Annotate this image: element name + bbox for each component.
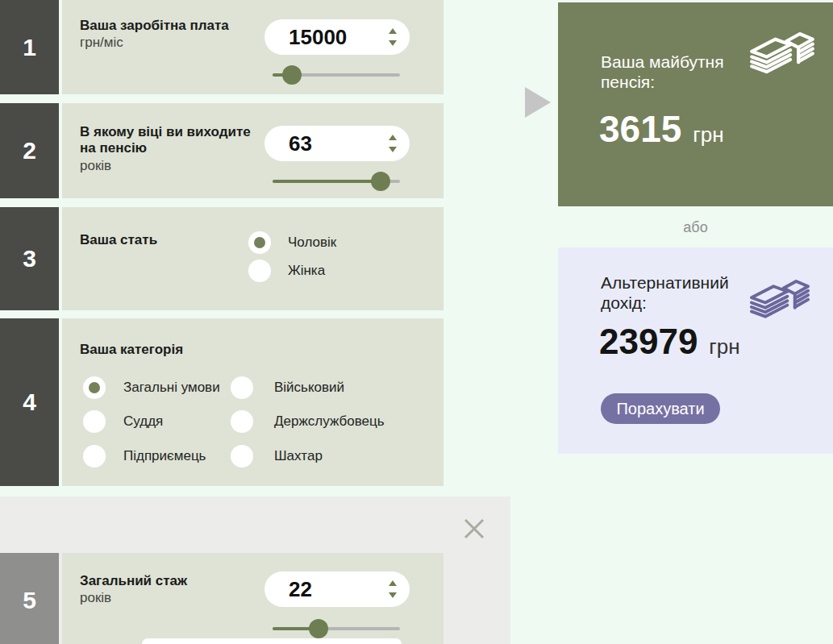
radio-icon <box>83 376 106 399</box>
radio-option-general[interactable]: Загальні умови <box>83 376 224 399</box>
step-row-experience: 5 Загальний стаж років 22 <box>0 553 444 644</box>
retirement-age-input[interactable]: 63 <box>264 126 410 161</box>
radio-option-judge[interactable]: Суддя <box>83 410 224 433</box>
stepper-arrows-icon[interactable] <box>389 580 397 599</box>
salary-value: 15000 <box>289 19 347 55</box>
salary-label: Ваша заробітна плата <box>80 18 265 34</box>
future-pension-value-line: 3615 грн <box>599 109 724 149</box>
salary-slider[interactable] <box>273 65 400 85</box>
step-panel-category: Ваша категорія Загальні умови Суддя Підп… <box>62 318 444 486</box>
slider-thumb[interactable] <box>282 65 302 85</box>
radio-option-miner[interactable]: Шахтар <box>231 445 392 467</box>
step-row-category: 4 Ваша категорія Загальні умови Суддя Пі… <box>0 318 444 486</box>
close-x-icon[interactable] <box>461 516 487 542</box>
slider-fill <box>273 180 381 183</box>
step-panel-retirement-age: В якому віці ви виходите на пенсію років… <box>62 103 444 198</box>
future-pension-title: Ваша майбутня пенсія: <box>601 52 738 92</box>
radio-icon <box>231 376 253 399</box>
experience-unit-label: років <box>80 590 111 606</box>
step-panel-experience: Загальний стаж років 22 <box>62 553 444 644</box>
step-row-gender: 3 Ваша стать Чоловік Жінка <box>0 207 444 310</box>
or-divider-label: або <box>558 219 833 236</box>
calculate-button[interactable]: Порахувати <box>601 393 720 424</box>
experience-label: Загальний стаж <box>80 573 187 589</box>
alternative-income-panel: Альтернативний дохід: 23979 грн Порахува… <box>558 247 833 454</box>
radio-option-entrepreneur[interactable]: Підприємець <box>83 445 224 467</box>
radio-option-label: Держслужбовець <box>274 410 385 433</box>
alternative-income-title: Альтернативний дохід: <box>601 272 754 313</box>
experience-input[interactable]: 22 <box>264 571 410 607</box>
alternative-income-value: 23979 <box>599 322 698 362</box>
future-pension-value: 3615 <box>599 109 681 149</box>
experience-value: 22 <box>289 571 312 607</box>
stepper-arrows-icon[interactable] <box>389 27 397 47</box>
salary-unit-label: грн/міс <box>80 35 123 51</box>
money-stack-icon <box>748 274 811 320</box>
partial-element-below <box>142 638 402 644</box>
step-row-salary: 1 Ваша заробітна плата грн/міс 15000 <box>0 0 444 94</box>
alternative-income-currency: грн <box>709 334 739 359</box>
radio-option-label: Загальні умови <box>123 376 220 399</box>
retirement-age-label: В якому віці ви виходите на пенсію <box>80 124 269 156</box>
radio-option-label: Жінка <box>288 260 325 282</box>
experience-slider[interactable] <box>273 619 400 638</box>
step-row-retirement-age: 2 В якому віці ви виходите на пенсію рок… <box>0 103 444 198</box>
radio-icon <box>231 410 253 433</box>
step-number-3: 3 <box>0 207 59 310</box>
money-stack-icon <box>748 26 816 76</box>
radio-icon <box>248 260 271 282</box>
radio-icon <box>83 410 106 433</box>
radio-option-label: Підприємець <box>123 445 206 467</box>
radio-option-civil-servant[interactable]: Держслужбовець <box>231 410 392 433</box>
stepper-arrows-icon[interactable] <box>389 134 397 153</box>
retirement-age-slider[interactable] <box>273 172 400 191</box>
radio-option-male[interactable]: Чоловік <box>248 231 410 254</box>
step-number-5: 5 <box>0 553 59 644</box>
salary-input[interactable]: 15000 <box>264 19 410 55</box>
gender-label: Ваша стать <box>80 232 157 248</box>
radio-option-label: Шахтар <box>274 445 323 467</box>
future-pension-currency: грн <box>693 123 723 147</box>
slider-thumb[interactable] <box>371 172 390 191</box>
pension-calculator-page: 1 Ваша заробітна плата грн/міс 15000 2 В… <box>0 0 833 644</box>
radio-option-female[interactable]: Жінка <box>248 260 410 282</box>
step-panel-salary: Ваша заробітна плата грн/міс 15000 <box>62 0 444 94</box>
alternative-income-value-line: 23979 грн <box>599 322 740 362</box>
radio-icon <box>248 231 271 254</box>
retirement-age-unit-label: років <box>80 158 111 174</box>
radio-option-military[interactable]: Військовий <box>231 376 392 399</box>
step-panel-gender: Ваша стать Чоловік Жінка <box>62 207 444 310</box>
step-number-2: 2 <box>0 103 59 198</box>
category-label: Ваша категорія <box>80 342 183 358</box>
step-number-4: 4 <box>0 318 59 486</box>
radio-icon <box>231 445 253 467</box>
radio-option-label: Суддя <box>123 410 163 433</box>
radio-icon <box>83 445 106 467</box>
radio-option-label: Військовий <box>274 376 344 399</box>
slider-thumb[interactable] <box>309 619 328 638</box>
retirement-age-value: 63 <box>289 126 312 161</box>
radio-option-label: Чоловік <box>288 231 336 254</box>
future-pension-panel: Ваша майбутня пенсія: 3615 грн <box>558 2 833 206</box>
step-number-1: 1 <box>0 0 59 94</box>
arrow-right-icon <box>525 87 551 118</box>
